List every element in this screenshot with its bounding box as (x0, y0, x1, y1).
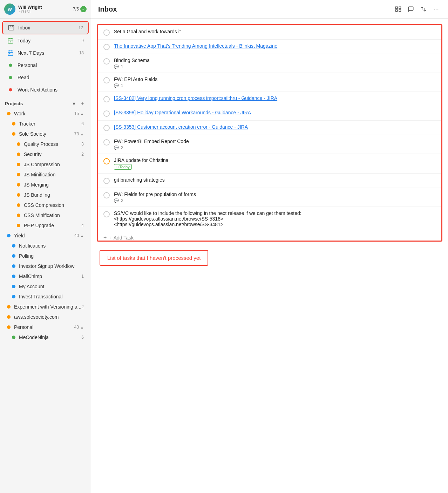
project-experimentversioning[interactable]: Experiment with Versioning a... 2 (2, 302, 89, 312)
project-notifications[interactable]: Notifications (2, 241, 89, 251)
project-cssminification[interactable]: CSS Minification (2, 210, 89, 220)
project-phpupgrade[interactable]: PHP Upgrade 4 (2, 221, 89, 230)
phpupgrade-name: PHP Upgrade (24, 223, 81, 228)
comment-btn[interactable] (406, 4, 416, 14)
task-content-12: SS/VC would like to include the followin… (114, 210, 436, 227)
project-jsbundling[interactable]: JS Bundling (2, 190, 89, 200)
task-item-6[interactable]: [SS-3398] Holiday Operational Workaround… (98, 106, 441, 121)
task-checkbox-7[interactable] (103, 125, 110, 131)
task-item-10[interactable]: git branching strategies (98, 174, 441, 188)
task-item-7[interactable]: [SS-3353] Customer account creation erro… (98, 121, 441, 135)
personal-section-count: 43 (74, 325, 79, 330)
task-title-2[interactable]: The Innovative App That's Trending Among… (114, 43, 436, 49)
tracker-name: Tracker (19, 121, 81, 127)
next7days-count: 18 (79, 50, 84, 55)
mailchimp-name: MailChimp (19, 273, 81, 279)
project-csscompression[interactable]: CSS Compression (2, 200, 89, 210)
task-content-8: FW: PowerBI Embed Report Code 💬 2 (114, 139, 436, 150)
inbox-icon (8, 24, 15, 31)
task-item-5[interactable]: [SS-3482] Very long running cron process… (98, 92, 441, 106)
task-checkbox-10[interactable] (103, 178, 110, 184)
task-item-11[interactable]: FW: Fields for pre population of forms 💬… (98, 188, 441, 207)
project-jsmerging[interactable]: JS Merging (2, 180, 89, 190)
myaccount-name: My Account (19, 284, 84, 289)
task-meta-8: 💬 2 (114, 145, 436, 150)
tracker-count: 6 (81, 121, 84, 126)
project-solesociety[interactable]: Sole Society 73 ▲ (2, 129, 89, 139)
nav-item-worknextactions[interactable]: Work Next Actions (2, 84, 89, 96)
task-item-4[interactable]: FW: EPi Auto Fields 💬 1 (98, 73, 441, 92)
worknextactions-label: Work Next Actions (18, 87, 84, 93)
task-content-4: FW: EPi Auto Fields 💬 1 (114, 76, 436, 88)
project-jscompression[interactable]: JS Compression (2, 160, 89, 169)
sort-btn[interactable] (419, 4, 428, 14)
task-title-8: FW: PowerBI Embed Report Code (114, 139, 436, 144)
worknextactions-icon (7, 86, 14, 93)
project-mailchimp[interactable]: MailChimp 1 (2, 271, 89, 281)
task-item-12[interactable]: SS/VC would like to include the followin… (98, 207, 441, 231)
project-myaccount[interactable]: My Account (2, 282, 89, 291)
task-checkbox-8[interactable] (103, 139, 110, 146)
yield-name: Yield (14, 233, 74, 238)
project-mecodeninja[interactable]: MeCodeNinja 6 (2, 332, 89, 342)
project-investtransactional[interactable]: Invest Transactional (2, 292, 89, 302)
experimentversioning-name: Experiment with Versioning a... (14, 304, 81, 310)
add-project-btn[interactable]: + (79, 100, 86, 107)
task-checkbox-4[interactable] (103, 77, 110, 83)
task-checkbox-6[interactable] (103, 110, 110, 117)
task-meta-11: 💬 2 (114, 198, 436, 203)
avatar[interactable]: W (4, 4, 15, 15)
nav-item-inbox[interactable]: Inbox 12 (2, 21, 89, 34)
project-qualityprocess[interactable]: Quality Process 3 (2, 139, 89, 149)
task-checkbox-1[interactable] (103, 29, 110, 36)
project-personal-section[interactable]: Personal 43 ▲ (2, 322, 89, 332)
nav-item-read[interactable]: Read (2, 72, 89, 83)
task-checkbox-5[interactable] (103, 96, 110, 102)
add-icon: + (103, 235, 107, 241)
cssminification-name: CSS Minification (24, 212, 84, 218)
project-jsminification[interactable]: JS Minification (2, 170, 89, 180)
task-checkbox-2[interactable] (103, 44, 110, 50)
project-polling[interactable]: Polling (2, 251, 89, 261)
investorsignup-dot (12, 264, 15, 268)
nav-item-next7days[interactable]: Next 7 Days 18 (2, 47, 89, 59)
project-yield[interactable]: Yield 40 ▲ (2, 231, 89, 241)
nav-item-today[interactable]: 5 Today 9 (2, 35, 89, 47)
task-item-2[interactable]: The Innovative App That's Trending Among… (98, 40, 441, 54)
task-item-1[interactable]: Set a Goal and work towards it (98, 25, 441, 40)
comment-icon-11: 💬 (114, 198, 119, 203)
task-item-9[interactable]: JIRA update for Christina □ Today (98, 154, 441, 174)
project-awssolesociety[interactable]: aws.solesociety.com (2, 312, 89, 322)
task-title-10: git branching strategies (114, 177, 436, 183)
more-btn[interactable] (431, 4, 441, 14)
inbox-label: Inbox (18, 25, 79, 31)
nav-item-personal[interactable]: Personal (2, 59, 89, 71)
task-title-6[interactable]: [SS-3398] Holiday Operational Workaround… (114, 110, 436, 115)
task-content-9: JIRA update for Christina □ Today (114, 157, 436, 170)
notifications-name: Notifications (19, 243, 84, 249)
task-checkbox-12[interactable] (103, 211, 110, 217)
security-count: 2 (81, 152, 84, 157)
polling-name: Polling (19, 253, 84, 259)
task-item-8[interactable]: FW: PowerBI Embed Report Code 💬 2 (98, 135, 441, 154)
collapse-projects-btn[interactable]: ▾ (70, 100, 77, 107)
investtransactional-dot (12, 295, 15, 298)
add-task-row[interactable]: + + Add Task (98, 231, 441, 242)
task-title-5[interactable]: [SS-3482] Very long running cron process… (114, 95, 436, 101)
task-checkbox-9[interactable] (103, 158, 110, 164)
project-investorsignup[interactable]: Investor Signup Workflow (2, 261, 89, 271)
task-checkbox-11[interactable] (103, 192, 110, 198)
project-tracker[interactable]: Tracker 6 (2, 119, 89, 129)
content-area: Set a Goal and work towards it The Innov… (91, 19, 448, 493)
task-title-7[interactable]: [SS-3353] Customer account creation erro… (114, 124, 436, 130)
task-item-3[interactable]: Binding Schema 💬 1 (98, 54, 441, 73)
tracker-dot (12, 122, 15, 126)
jscompression-name: JS Compression (24, 162, 84, 167)
task-content-2: The Innovative App That's Trending Among… (114, 43, 436, 49)
project-security[interactable]: Security 2 (2, 149, 89, 159)
security-dot (17, 153, 20, 156)
work-dot (7, 112, 11, 115)
layout-btn[interactable] (393, 4, 403, 14)
project-work[interactable]: Work 15 ▲ (2, 109, 89, 119)
task-checkbox-3[interactable] (103, 58, 110, 65)
